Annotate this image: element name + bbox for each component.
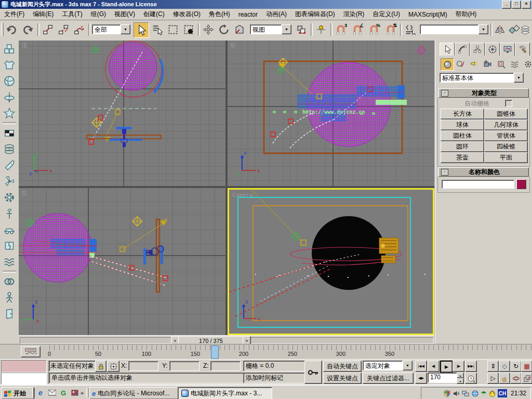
subtab-helpers[interactable] xyxy=(495,58,507,70)
tab-biped-icon[interactable] xyxy=(2,290,17,305)
menu-views[interactable]: 视图(V) xyxy=(110,9,139,20)
snaps-toggle-button[interactable]: 3 xyxy=(334,22,348,37)
maxscript-listener[interactable] xyxy=(1,373,47,385)
mirror-button[interactable] xyxy=(493,22,507,37)
quicklaunch-overflow-chevron[interactable]: » xyxy=(79,388,85,397)
viewport-label[interactable]: Camera xyxy=(232,192,253,198)
tab-fracture-icon[interactable] xyxy=(2,238,17,254)
go-to-start-button[interactable]: |◀◀ xyxy=(415,361,427,372)
menu-edit[interactable]: 编辑(E) xyxy=(29,9,58,20)
quicklaunch-mail-icon[interactable] xyxy=(47,388,57,397)
tab-cloth-icon[interactable] xyxy=(2,57,17,73)
tab-knot-icon[interactable] xyxy=(2,274,17,289)
set-key-button[interactable]: 设置关键点 xyxy=(323,373,362,384)
key-scope-dropdown[interactable]: 选定对象 ▼ xyxy=(363,361,413,370)
umbrella-icon[interactable]: ☂ xyxy=(481,390,487,397)
ime-indicator[interactable]: CH xyxy=(498,389,507,397)
minimize-button[interactable]: _ xyxy=(502,1,511,9)
percent-snap-toggle-button[interactable]: % xyxy=(367,22,381,37)
go-to-end-button[interactable]: ▶▶| xyxy=(465,361,477,372)
globe-icon[interactable] xyxy=(471,390,479,397)
absolute-offset-toggle[interactable] xyxy=(107,361,119,372)
start-button[interactable]: 开始 xyxy=(1,387,34,399)
taskbar-item-forum[interactable]: e 电白同乡论坛 - Microsof... xyxy=(89,387,181,399)
subtab-lights[interactable] xyxy=(468,58,480,70)
tab-gear-icon[interactable] xyxy=(2,190,17,205)
min-max-toggle-button[interactable] xyxy=(521,373,532,384)
object-name-field[interactable] xyxy=(442,180,514,189)
object-color-swatch[interactable] xyxy=(516,179,526,189)
select-and-rotate-button[interactable] xyxy=(217,22,231,37)
maximize-button[interactable]: □ xyxy=(512,1,521,9)
gold-text-object[interactable] xyxy=(379,238,398,263)
subtab-shapes[interactable] xyxy=(454,58,467,70)
tab-fan-icon[interactable] xyxy=(2,174,17,189)
x-coordinate-field[interactable] xyxy=(128,361,158,371)
selection-filter-dropdown[interactable]: 全部 ▼ xyxy=(92,24,130,34)
angle-snap-toggle-button[interactable]: ∠ xyxy=(350,22,365,37)
viewport-label[interactable]: 顶 xyxy=(21,42,27,49)
subtab-cameras[interactable] xyxy=(481,58,494,70)
menu-graph-editors[interactable]: 图表编辑器(D) xyxy=(291,9,339,20)
tab-door-icon[interactable] xyxy=(2,306,17,322)
select-and-scale-button[interactable] xyxy=(232,22,247,37)
menu-group[interactable]: 组(G) xyxy=(87,9,110,20)
spinner-down-icon[interactable]: ▼ xyxy=(457,378,464,384)
viewport-label[interactable]: 前 xyxy=(230,42,236,49)
collapse-icon[interactable]: - xyxy=(441,169,448,176)
menu-maxscript[interactable]: MAXScript(M) xyxy=(404,10,451,19)
key-mode-toggle-button[interactable]: ◀▶ xyxy=(415,373,427,384)
field-of-view-button[interactable]: ▷ xyxy=(487,373,499,384)
text-3d-highlight[interactable] xyxy=(376,100,407,105)
chevron-down-icon[interactable]: ▼ xyxy=(403,361,413,370)
tab-waves-icon[interactable] xyxy=(2,254,17,270)
viewport-front[interactable]: http://www.dvjcnz.cn x z y 前 xyxy=(228,41,434,186)
category-dropdown[interactable]: 标准基本体 ▼ xyxy=(440,73,524,83)
tab-modify[interactable] xyxy=(455,43,470,56)
rectangular-selection-region-button[interactable] xyxy=(166,22,180,37)
zoom-extents-all-button[interactable]: ▦ xyxy=(521,361,532,372)
tab-weathervane-icon[interactable] xyxy=(2,206,17,221)
window-crossing-toggle-button[interactable] xyxy=(181,22,196,37)
create-torus-button[interactable]: 圆环 xyxy=(441,141,484,152)
tab-display[interactable] xyxy=(500,43,515,56)
text-3d-object[interactable] xyxy=(51,239,97,258)
quicklaunch-browser-icon[interactable]: G xyxy=(58,388,69,397)
select-and-move-button[interactable] xyxy=(201,22,216,37)
bind-to-space-warp-button[interactable] xyxy=(72,22,86,37)
menu-tools[interactable]: 工具(T) xyxy=(58,9,86,20)
track-bar-ticks[interactable] xyxy=(46,345,532,350)
redo-button[interactable] xyxy=(21,22,35,37)
viewport-camera[interactable]: x z y Camera xyxy=(228,188,434,335)
create-teapot-button[interactable]: 茶壶 xyxy=(441,152,484,163)
viewport-top[interactable]: x y z 顶 xyxy=(19,41,225,186)
add-time-tag[interactable]: 添加时间标记 xyxy=(243,373,305,383)
network-icon[interactable] xyxy=(462,390,470,397)
window-titlebar[interactable]: 电城新闻片头字.max - 3ds max 7 - Stand-alone Li… xyxy=(0,0,532,9)
chevron-down-icon[interactable]: ▼ xyxy=(121,24,130,34)
tab-motion[interactable] xyxy=(485,43,500,56)
tab-utilities[interactable] xyxy=(515,43,530,56)
menu-create[interactable]: 创建(C) xyxy=(139,9,169,20)
dolly-camera-button[interactable]: ⇕ xyxy=(487,361,499,372)
reference-coordinate-dropdown[interactable]: 视图 ▼ xyxy=(250,24,291,34)
tab-star-icon[interactable] xyxy=(2,105,17,121)
tray-clock[interactable]: 21:32 xyxy=(509,390,528,397)
tab-spindle-icon[interactable] xyxy=(2,89,17,105)
tab-chisel-icon[interactable] xyxy=(2,157,17,173)
tab-sphere-icon[interactable] xyxy=(2,73,17,89)
spinner-snap-toggle-button[interactable]: ⇅ xyxy=(383,22,398,37)
select-object-button[interactable] xyxy=(134,22,149,38)
undo-button[interactable] xyxy=(4,22,19,37)
chevron-down-icon[interactable]: ▼ xyxy=(478,24,488,34)
roll-camera-button[interactable]: ↻ xyxy=(510,361,522,372)
play-button[interactable]: ▶ xyxy=(440,361,453,373)
select-and-link-button[interactable] xyxy=(41,22,55,37)
tab-hierarchy[interactable] xyxy=(470,43,485,56)
quicklaunch-media-icon[interactable] xyxy=(70,388,80,397)
auto-key-button[interactable]: 自动关键点 xyxy=(323,361,362,372)
sphere-object-shaded[interactable] xyxy=(312,216,385,290)
spinner-up-icon[interactable]: ▲ xyxy=(457,373,464,378)
edit-named-selection-sets-button[interactable] xyxy=(403,22,418,37)
create-box-button[interactable]: 长方体 xyxy=(441,109,484,119)
